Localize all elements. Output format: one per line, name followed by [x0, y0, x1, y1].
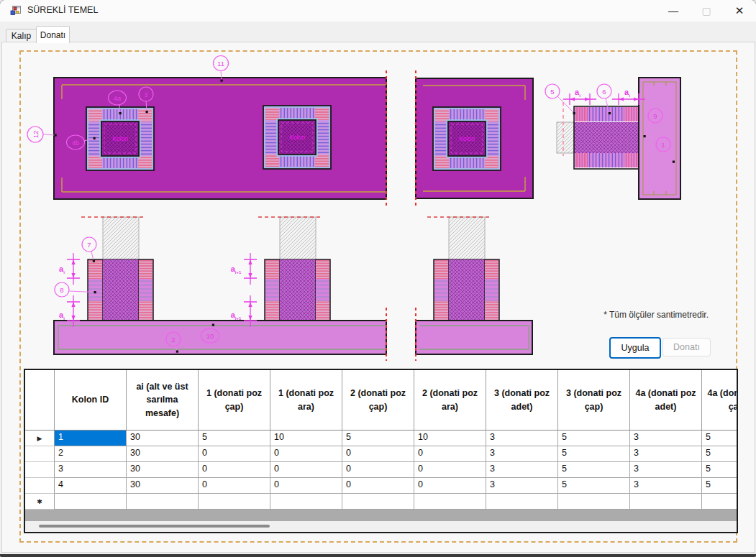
cell[interactable]: 0 — [342, 478, 414, 494]
cell[interactable]: 5 — [558, 478, 630, 494]
dim-label: ai — [59, 310, 65, 321]
cell[interactable]: 10 — [270, 431, 342, 446]
svg-text:8: 8 — [60, 286, 63, 294]
cell[interactable]: 10 — [414, 431, 486, 446]
units-note: * Tüm ölçüler santimetredir. — [601, 310, 709, 320]
cell[interactable]: 5 — [558, 431, 630, 446]
new-row-header[interactable]: ✱ — [25, 494, 55, 510]
row-header[interactable] — [25, 446, 55, 462]
reinforcement-grid: Kolon ID ai (alt ve üst sarılma mesafe) … — [24, 369, 738, 533]
cell[interactable]: 5 — [702, 462, 738, 478]
cell[interactable]: 0 — [199, 478, 270, 494]
dim-label: ai — [575, 88, 580, 98]
cell[interactable]: 0 — [414, 462, 486, 478]
cell[interactable]: 3 — [486, 462, 558, 478]
reinforcement-drawing: Kolon — [22, 52, 734, 369]
cell[interactable]: 0 — [342, 462, 414, 478]
cell[interactable]: 0 — [199, 462, 270, 478]
cell[interactable]: 5 — [558, 446, 630, 462]
new-row: ✱ — [25, 494, 738, 510]
svg-text:4a: 4a — [114, 94, 122, 102]
svg-text:7: 7 — [87, 241, 91, 249]
cell[interactable]: 0 — [414, 478, 486, 494]
cell[interactable] — [55, 494, 127, 510]
svg-text:11: 11 — [217, 60, 224, 68]
svg-text:3: 3 — [144, 91, 147, 98]
cell[interactable]: 5 — [199, 431, 270, 446]
dim-label: ai+1 — [231, 310, 242, 321]
cell[interactable]: 3 — [55, 462, 127, 478]
cell[interactable]: 4 — [55, 478, 127, 494]
column-header[interactable]: 1 (donati poz ara) — [270, 370, 342, 430]
column-header[interactable]: ai (alt ve üst sarılma mesafe) — [127, 370, 199, 430]
column-header[interactable]: 4a (donati poz adet) — [630, 370, 702, 430]
row-header[interactable] — [25, 478, 55, 494]
column-header[interactable]: 2 (donati poz çap) — [342, 370, 414, 430]
column-header[interactable]: 1 (donati poz çap) — [199, 370, 270, 430]
row-header-current[interactable]: ▶ — [25, 431, 55, 446]
cell[interactable]: 0 — [270, 446, 342, 462]
donati-button[interactable]: Donatı — [662, 338, 711, 356]
cell[interactable]: 5 — [558, 462, 630, 478]
column-header[interactable]: 4a (donati poz çap) — [702, 370, 738, 430]
cell[interactable]: 2 — [55, 446, 127, 462]
cell[interactable] — [127, 494, 199, 510]
scrollbar-thumb[interactable] — [39, 525, 270, 528]
section-view-2 — [416, 217, 532, 361]
cell[interactable]: 3 — [630, 462, 702, 478]
cell[interactable]: 3 — [630, 478, 702, 494]
cell[interactable] — [199, 494, 270, 510]
cell[interactable] — [414, 494, 486, 510]
cell[interactable] — [342, 494, 414, 510]
cell[interactable] — [702, 494, 738, 510]
tab-kalip[interactable]: Kalıp — [6, 29, 37, 42]
svg-text:12: 12 — [32, 131, 40, 139]
cell[interactable] — [630, 494, 702, 510]
cell[interactable]: 0 — [414, 446, 486, 462]
grid-corner-cell[interactable] — [25, 370, 55, 430]
plan-view-1 — [54, 70, 386, 206]
cell[interactable]: 30 — [127, 462, 199, 478]
column-header[interactable]: 3 (donati poz çap) — [558, 370, 630, 430]
column-header[interactable]: Kolon ID — [55, 370, 127, 430]
cell[interactable]: 3 — [630, 431, 702, 446]
cell[interactable]: 5 — [702, 446, 738, 462]
tab-strip: Kalıp Donatı — [0, 22, 756, 42]
cell[interactable]: 5 — [702, 431, 738, 446]
svg-text:5: 5 — [550, 88, 554, 96]
app-icon — [9, 5, 21, 17]
maximize-button: ▢ — [690, 0, 723, 22]
cell[interactable]: 3 — [486, 446, 558, 462]
row-header[interactable] — [25, 462, 55, 478]
cell[interactable]: 0 — [342, 446, 414, 462]
cell[interactable]: 30 — [127, 446, 199, 462]
horizontal-scrollbar[interactable] — [25, 521, 737, 532]
cell[interactable] — [270, 494, 342, 510]
column-header[interactable]: 3 (donati poz adet) — [486, 370, 558, 430]
table-row: ▶ 1 30 5 10 5 10 3 5 3 5 — [25, 431, 738, 446]
dim-label: ai+1 — [231, 264, 242, 275]
cell[interactable]: 3 — [486, 478, 558, 494]
cell[interactable] — [558, 494, 630, 510]
column-header[interactable]: 2 (donati poz ara) — [414, 370, 486, 430]
cell[interactable]: 0 — [270, 478, 342, 494]
cell[interactable]: 0 — [199, 446, 270, 462]
dim-label: ai — [59, 264, 65, 275]
minimize-button[interactable]: — — [657, 0, 690, 22]
close-button[interactable]: ✕ — [723, 0, 756, 22]
callout-7: 7 — [82, 237, 96, 262]
cell[interactable]: 3 — [630, 446, 702, 462]
cell[interactable]: 5 — [702, 478, 738, 494]
cell[interactable] — [486, 494, 558, 510]
cell[interactable]: 30 — [127, 431, 199, 446]
cell[interactable]: 3 — [486, 431, 558, 446]
apply-button[interactable]: Uygula — [609, 337, 661, 359]
window-bottom-edge — [0, 554, 756, 557]
tab-donati[interactable]: Donatı — [36, 26, 70, 43]
cell[interactable]: 0 — [270, 462, 342, 478]
svg-text:2: 2 — [171, 336, 175, 344]
app-window: SÜREKLİ TEMEL — ▢ ✕ Kalıp Donatı — [0, 0, 756, 557]
cell-selected[interactable]: 1 — [55, 431, 127, 446]
cell[interactable]: 30 — [127, 478, 199, 494]
cell[interactable]: 5 — [342, 431, 414, 446]
